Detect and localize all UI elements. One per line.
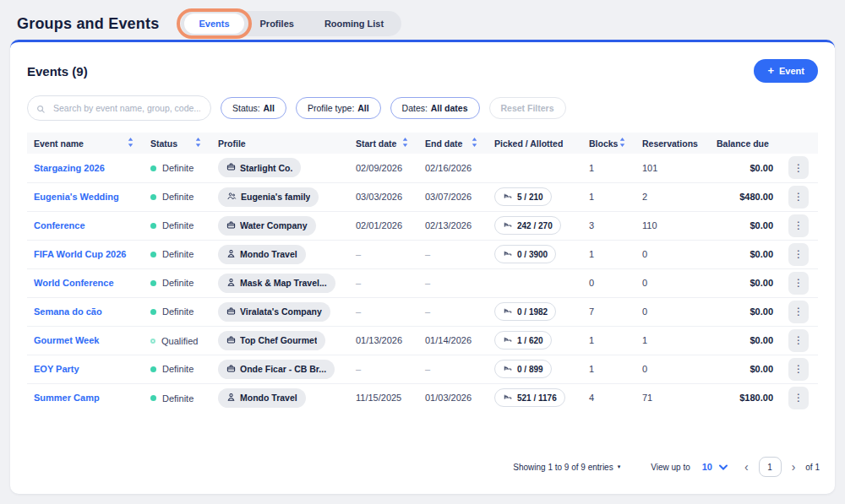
event-name-cell: Conference (27, 211, 144, 240)
actions-cell: ⋮ (782, 355, 818, 383)
balance-due-cell: $0.00 (710, 326, 782, 355)
event-name-link[interactable]: Eugenia's Wedding (34, 192, 119, 202)
actions-cell: ⋮ (782, 297, 818, 326)
tab-group: Events Profiles Rooming List (181, 11, 401, 36)
table-row: Eugenia's WeddingDefiniteEugenia's famil… (27, 182, 818, 211)
status-cell: Definite (144, 154, 211, 182)
column-header-actions (782, 133, 818, 154)
row-menu-button[interactable]: ⋮ (788, 186, 809, 209)
end-date-cell: 02/13/2026 (418, 211, 488, 240)
event-name-link[interactable]: World Conference (34, 278, 114, 288)
kebab-icon: ⋮ (793, 191, 804, 203)
sort-icon[interactable] (195, 138, 201, 149)
column-header-status[interactable]: Status (144, 133, 211, 154)
status-label: Definite (162, 249, 194, 259)
balance-due-cell: $0.00 (710, 297, 782, 326)
event-name-link[interactable]: Conference (34, 220, 85, 230)
row-menu-button[interactable]: ⋮ (788, 387, 809, 409)
end-date-cell: 01/03/2026 (418, 383, 488, 412)
add-event-label: Event (779, 66, 804, 76)
profile-name: Starlight Co. (240, 163, 292, 173)
showing-entries-dropdown[interactable]: Showing 1 to 9 of 9 entries ▾ (513, 463, 620, 472)
reset-filters-button[interactable]: Reset Filters (489, 97, 566, 119)
column-header-end-date[interactable]: End date (418, 133, 488, 154)
table-body: Stargazing 2026DefiniteStarlight Co.02/0… (27, 154, 818, 412)
status-label: Qualified (161, 336, 198, 346)
status-dot-icon (150, 194, 156, 200)
event-name-link[interactable]: Stargazing 2026 (34, 163, 105, 173)
reservations-cell: 1 (635, 326, 710, 355)
status-cell: Definite (144, 182, 211, 211)
end-date-cell: – (418, 355, 488, 383)
row-menu-button[interactable]: ⋮ (788, 243, 809, 266)
profile-name: Water Company (240, 220, 308, 230)
balance-due-cell: $0.00 (710, 355, 782, 383)
column-label: Picked / Allotted (494, 138, 563, 149)
picked-allotted-cell: 521 / 1176 (488, 383, 582, 412)
start-date-cell: 02/01/2026 (349, 211, 418, 240)
current-page-box[interactable]: 1 (759, 457, 782, 477)
event-name-link[interactable]: Gourmet Week (34, 335, 99, 345)
add-event-button[interactable]: + Event (754, 59, 818, 83)
start-date-cell: – (349, 268, 418, 297)
event-name-cell: Gourmet Week (27, 326, 144, 355)
picked-allotted-cell: 5 / 210 (488, 182, 582, 211)
sort-icon[interactable] (619, 138, 625, 149)
bed-icon (503, 220, 513, 230)
picked-allotted-value: 0 / 1982 (517, 307, 548, 317)
agent-icon (226, 249, 236, 260)
row-menu-button[interactable]: ⋮ (788, 329, 809, 352)
dates-filter[interactable]: Dates: All dates (390, 97, 480, 119)
event-name-cell: EOY Party (27, 355, 144, 383)
status-dot-icon (150, 165, 156, 171)
start-date-cell: – (349, 355, 418, 383)
profile-badge: Mondo Travel (218, 245, 306, 264)
profile-badge: Onde Ficar - CB Br... (218, 360, 335, 379)
bed-icon (503, 364, 513, 374)
tab-events[interactable]: Events (184, 14, 243, 34)
event-name-link[interactable]: Semana do cão (34, 306, 102, 317)
status-label: Definite (162, 364, 194, 374)
sort-icon[interactable] (402, 138, 408, 149)
profile-cell: Mondo Travel (211, 383, 349, 412)
event-name-cell: Semana do cão (27, 297, 144, 326)
next-page-button[interactable]: › (792, 461, 796, 473)
column-header-event-name[interactable]: Event name (27, 133, 144, 154)
tab-rooming-list[interactable]: Rooming List (310, 14, 398, 34)
row-menu-button[interactable]: ⋮ (788, 272, 809, 295)
event-name-cell: Eugenia's Wedding (27, 182, 144, 211)
profile-type-filter[interactable]: Profile type: All (296, 97, 381, 119)
table-row: Gourmet WeekQualifiedTop Chef Gourmet01/… (27, 326, 818, 355)
status-dot-icon (150, 223, 156, 229)
picked-allotted-cell: 1 / 620 (488, 326, 582, 355)
start-date-cell: 11/15/2025 (349, 383, 418, 412)
picked-allotted-badge: 0 / 3900 (494, 245, 556, 263)
table-footer: Showing 1 to 9 of 9 entries ▾ View up to… (513, 457, 820, 477)
page-size-select[interactable]: 10 (702, 462, 728, 472)
status-filter[interactable]: Status: All (221, 97, 286, 119)
row-menu-button[interactable]: ⋮ (788, 301, 809, 323)
row-menu-button[interactable]: ⋮ (788, 214, 809, 237)
previous-page-button[interactable]: ‹ (744, 461, 749, 473)
profile-cell: Top Chef Gourmet (211, 326, 349, 355)
sort-icon[interactable] (472, 138, 477, 149)
profile-name: Top Chef Gourmet (240, 335, 317, 345)
column-header-blocks[interactable]: Blocks (582, 133, 635, 154)
event-name-link[interactable]: FIFA World Cup 2026 (34, 249, 126, 259)
event-name-link[interactable]: Summer Camp (34, 393, 100, 403)
column-header-start-date[interactable]: Start date (349, 133, 418, 154)
profile-cell: Onde Ficar - CB Br... (211, 355, 349, 383)
sort-icon[interactable] (128, 138, 134, 149)
event-name-link[interactable]: EOY Party (34, 364, 79, 374)
actions-cell: ⋮ (782, 268, 818, 297)
status-dot-icon (150, 395, 156, 401)
tab-profiles[interactable]: Profiles (246, 14, 308, 34)
picked-allotted-badge: 1 / 620 (494, 331, 552, 350)
row-menu-button[interactable]: ⋮ (788, 156, 809, 179)
company-icon (226, 364, 236, 375)
row-menu-button[interactable]: ⋮ (788, 358, 809, 381)
agent-icon (226, 393, 236, 404)
search-input[interactable] (27, 95, 211, 121)
balance-due-cell: $0.00 (710, 154, 782, 182)
status-cell: Definite (144, 211, 211, 240)
